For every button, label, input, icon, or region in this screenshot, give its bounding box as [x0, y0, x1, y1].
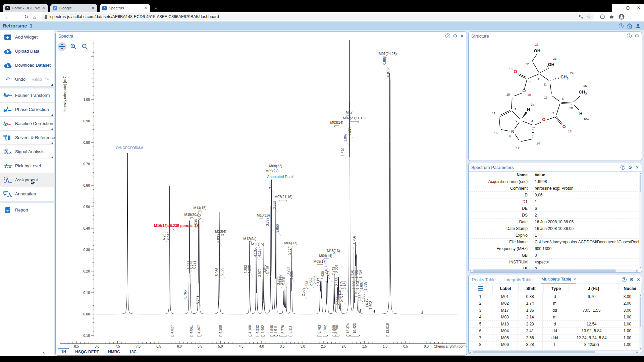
reload-icon[interactable]: ↻: [24, 14, 29, 20]
multiplet-row[interactable]: 4M032.14m1.00: [469, 314, 639, 321]
sidebar-item-add-widget[interactable]: Add Widget: [0, 30, 54, 44]
multiplet-row[interactable]: 7M052.56ddd12.24, 9.24, 5.841.00: [469, 335, 639, 342]
parameter-row[interactable]: D11: [469, 198, 639, 205]
multiplets-col-label[interactable]: Label: [493, 284, 519, 293]
nmr-spectrum-plot[interactable]: -0.100.000.100.200.300.400.500.600.700.8…: [56, 40, 467, 348]
parameter-row[interactable]: GB0: [469, 252, 639, 259]
zoom-in-button[interactable]: [69, 42, 78, 51]
sidebar-item-solvent-reference[interactable]: RefSolvent & Reference: [0, 131, 54, 145]
home-icon[interactable]: ⌂: [33, 14, 36, 20]
parameter-row[interactable]: Date Stamp16 Jun 2008 10:38:05: [469, 225, 639, 232]
extensions-puzzle-icon[interactable]: [609, 14, 614, 19]
key-icon[interactable]: [579, 14, 583, 19]
url-text[interactable]: spectrus-js.acdlabs.com/datasets/AE6BA14…: [50, 14, 579, 19]
table-tab-peaks-table[interactable]: Peaks Table: [472, 277, 496, 284]
structure-settings-gear-icon[interactable]: ⚙: [635, 34, 639, 38]
sidebar-item-baseline-correction[interactable]: Baseline Correction: [0, 117, 54, 131]
close-icon[interactable]: ✕: [633, 4, 644, 12]
app-user-icon[interactable]: [636, 23, 641, 28]
parameters-horizontal-scrollbar[interactable]: ◀▶: [469, 269, 639, 272]
parameter-row[interactable]: Acquisition Time (sec)1.9998: [469, 178, 639, 185]
sidebar-item-upload-data[interactable]: Upload Data: [0, 44, 54, 58]
multiplet-row[interactable]: 3M171.86dd7.05, 1.553.00: [469, 307, 639, 314]
tab-close-icon[interactable]: ✕: [144, 6, 147, 10]
parameters-close-icon[interactable]: ✕: [635, 165, 639, 170]
table-tab-multiplets-table[interactable]: Multiplets Table×: [541, 277, 576, 284]
back-icon[interactable]: ←: [5, 14, 10, 20]
new-tab-button[interactable]: +: [153, 5, 159, 11]
sidebar-item-annotation[interactable]: Annotation: [0, 187, 54, 201]
tables-close-icon[interactable]: ✕: [637, 278, 640, 282]
redo-button[interactable]: Redo: [32, 77, 42, 82]
parameter-row[interactable]: DE6: [469, 205, 639, 212]
tables-help-icon[interactable]: ?: [622, 277, 627, 282]
spectrum-tab-1h[interactable]: 1H: [61, 350, 66, 354]
multiplets-vertical-scrollbar[interactable]: ▲▼: [639, 293, 642, 350]
multiplet-row[interactable]: 1M010.88d6.703.00: [469, 293, 639, 300]
parameter-row[interactable]: File NameC:\Users\dargyropoulos.ACDDOM\D…: [469, 239, 639, 245]
parameters-vertical-scrollbar[interactable]: ▲▼: [639, 172, 642, 269]
sidebar-item-assignment[interactable]: Assignment: [0, 173, 54, 187]
parameter-row[interactable]: Frequency (MHz)600.1300: [469, 245, 639, 252]
browser-tab[interactable]: BHome - BBC News✕: [3, 4, 48, 12]
table-tab-close-icon[interactable]: ×: [573, 277, 576, 282]
structure-help-icon[interactable]: ?: [627, 34, 632, 38]
browser-tab[interactable]: SSpectrus✕: [100, 4, 150, 12]
zoom-out-button[interactable]: [80, 42, 89, 51]
multiplets-col-jhz[interactable]: J (Hz): [569, 284, 619, 293]
tab-close-icon[interactable]: ✕: [42, 6, 45, 10]
multiplet-row[interactable]: 5M182.23d12.541.00: [469, 321, 639, 328]
spectrum-tab-hsqc-dept[interactable]: HSQC-DEPT: [75, 350, 99, 354]
sidebar-item-label: Solvent & Reference: [15, 135, 55, 140]
sidebar-item-report[interactable]: PDFReport: [0, 201, 54, 217]
parameter-row[interactable]: DS2: [469, 212, 639, 219]
app-home-icon[interactable]: [627, 23, 632, 28]
minimize-icon[interactable]: –: [612, 4, 623, 12]
browser-tab[interactable]: GGoogle✕: [50, 4, 97, 12]
parameter-row[interactable]: Date16 Jun 2008 10:38:05: [469, 219, 639, 225]
sidebar-item-undo[interactable]: ↶UndoRedo↷: [0, 72, 54, 86]
tables-settings-gear-icon[interactable]: ⚙: [630, 277, 634, 282]
multiplet-row[interactable]: 6M042.41dd13.92, 5.841.00: [469, 328, 639, 335]
table-menu-hamburger-icon[interactable]: [478, 286, 483, 292]
app-help-icon[interactable]: ?: [619, 23, 624, 28]
forward-icon[interactable]: →: [14, 14, 19, 20]
sidebar-item-download-dataset[interactable]: Download Dataset: [0, 58, 54, 72]
multiplets-col-shift[interactable]: Shift: [519, 284, 544, 293]
bbc-favicon: B: [5, 6, 10, 10]
svg-text:2.221: 2.221: [335, 264, 339, 273]
profile-avatar[interactable]: [619, 14, 625, 20]
browser-menu-kebab-icon[interactable]: ⋮: [629, 14, 634, 20]
multiplet-row[interactable]: 2M021.74m2.00: [469, 300, 639, 307]
multiplets-horizontal-scrollbar[interactable]: ◀▶: [469, 350, 639, 354]
svg-text:1.708: 1.708: [356, 281, 360, 289]
svg-text:3.432: 3.432: [278, 275, 282, 283]
sidebar-item-phase-correction[interactable]: Phase Correction: [0, 103, 54, 117]
sidebar-item-signal-analysis[interactable]: 1.23Signal Analysis: [0, 145, 54, 159]
spectra-settings-gear-icon[interactable]: ⚙: [453, 34, 458, 38]
table-tab-integrals-table[interactable]: Integrals Table: [504, 277, 533, 284]
parameter-row[interactable]: LB0: [469, 265, 639, 269]
sidebar-item-fourier-transform[interactable]: Fourier Transform: [0, 86, 54, 103]
sidebar-item-pick-by-level[interactable]: Pick by Level: [0, 159, 54, 173]
parameter-row[interactable]: Commentretrorsine exp: Proton: [469, 185, 639, 192]
spectra-help-icon[interactable]: ?: [445, 34, 450, 38]
maximize-icon[interactable]: ▢: [623, 4, 633, 12]
parameter-row[interactable]: ExpNo1: [469, 232, 639, 239]
spectrum-tab-hmbc[interactable]: HMBC: [108, 350, 120, 354]
parameters-help-icon[interactable]: ?: [621, 165, 625, 170]
spectrum-tab-13c[interactable]: 13C: [129, 350, 137, 354]
spectra-close-icon[interactable]: ✕: [460, 34, 464, 38]
parameter-row[interactable]: D0.06: [469, 192, 639, 198]
multiplets-col-type[interactable]: Type: [544, 284, 569, 293]
multiplets-col-nuclei[interactable]: Nuclei: [619, 284, 642, 293]
bookmark-star-icon[interactable]: ☆: [587, 14, 591, 19]
parameter-row[interactable]: INSTRUM<spect>: [469, 259, 639, 265]
tab-close-icon[interactable]: ✕: [91, 6, 95, 10]
multiplet-row[interactable]: 8M063.28t8.42x(2)1.00: [469, 342, 639, 349]
status-circle-icon[interactable]: [600, 14, 605, 19]
sidebar-collapse-chevron[interactable]: ‹: [43, 349, 45, 355]
address-bar[interactable]: spectrus-js.acdlabs.com/datasets/AE6BA14…: [41, 13, 594, 20]
pan-tool-button[interactable]: [58, 42, 66, 51]
parameters-settings-gear-icon[interactable]: ⚙: [628, 165, 633, 170]
